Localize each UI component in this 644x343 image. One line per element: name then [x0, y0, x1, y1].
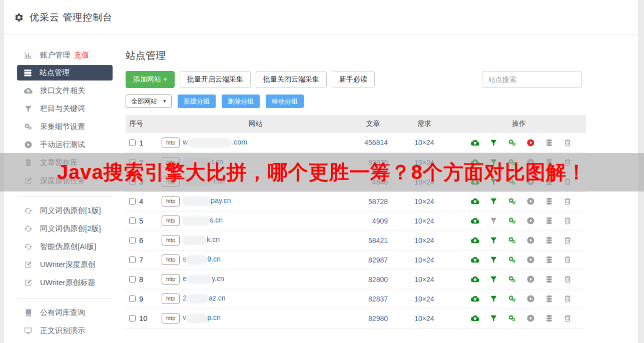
site-url-link[interactable]: 2az.cn	[183, 294, 225, 302]
new-group-button[interactable]: 新建分组	[178, 94, 216, 108]
play-icon[interactable]	[526, 275, 535, 284]
sidebar-item[interactable]: 账户管理充值	[4, 46, 126, 64]
sidebar-item[interactable]: 栏目与关键词	[4, 100, 126, 118]
gears-icon[interactable]	[508, 256, 516, 264]
cloud-upload-icon[interactable]	[471, 256, 479, 264]
filter-icon[interactable]	[489, 256, 498, 264]
gears-icon[interactable]	[508, 314, 516, 322]
article-count-link[interactable]: 82837	[349, 289, 397, 308]
row-checkbox[interactable]	[129, 296, 136, 302]
cloud-upload-icon[interactable]	[471, 197, 479, 206]
article-count-link[interactable]: 58728	[349, 192, 397, 211]
cloud-upload-icon[interactable]	[471, 294, 479, 303]
cloud-upload-icon[interactable]	[471, 314, 479, 322]
database-icon[interactable]	[545, 275, 553, 284]
sidebar-item-label: 采集细节设置	[40, 122, 85, 132]
gears-icon[interactable]	[508, 138, 516, 147]
trash-icon[interactable]	[563, 197, 572, 206]
sidebar-item[interactable]: 站点管理	[17, 65, 113, 80]
database-icon[interactable]	[545, 197, 553, 206]
cloud-upload-icon[interactable]	[471, 138, 479, 147]
book-icon	[24, 308, 33, 317]
row-checkbox[interactable]	[129, 256, 136, 263]
sidebar-item[interactable]: 公有词库查询	[4, 304, 126, 322]
site-url-link[interactable]: vp.cn	[183, 314, 220, 322]
trash-icon[interactable]	[563, 275, 572, 284]
trash-icon[interactable]	[563, 314, 572, 322]
article-count-link[interactable]: 82800	[349, 270, 397, 289]
sidebar-item[interactable]: 接口文件相关	[4, 82, 126, 100]
site-url-link[interactable]: pay.cn	[183, 196, 231, 204]
filter-icon[interactable]	[489, 314, 498, 322]
delete-group-button[interactable]: 删除分组	[222, 94, 260, 108]
sidebar-item[interactable]: 正文识别演示	[4, 322, 126, 340]
gears-icon[interactable]	[508, 275, 516, 284]
cloud-upload-icon[interactable]	[471, 275, 479, 284]
site-search-input[interactable]	[482, 71, 582, 88]
gears-icon[interactable]	[508, 216, 516, 225]
move-group-button[interactable]: 移动分组	[266, 94, 304, 108]
filter-icon[interactable]	[489, 275, 498, 284]
sidebar-item[interactable]: UWriter深度原创	[4, 256, 126, 274]
trash-icon[interactable]	[563, 138, 572, 147]
site-url-link[interactable]: w.com	[183, 138, 247, 146]
site-url-link[interactable]: s.cn	[183, 216, 223, 224]
add-site-button[interactable]: 添加网站 +	[126, 71, 175, 88]
row-checkbox[interactable]	[129, 315, 136, 322]
sidebar-item[interactable]: UWriter原创标题	[4, 274, 126, 292]
site-url-link[interactable]: ey.cn	[183, 274, 224, 282]
gears-icon[interactable]	[508, 197, 516, 206]
site-url-link[interactable]: k.cn	[183, 236, 220, 244]
database-icon[interactable]	[545, 236, 553, 244]
gears-icon[interactable]	[508, 294, 516, 303]
row-checkbox[interactable]	[129, 218, 136, 224]
article-count-link[interactable]: 58421	[349, 230, 397, 250]
play-icon[interactable]	[526, 294, 535, 303]
recharge-badge[interactable]: 充值	[74, 50, 89, 60]
gears-icon[interactable]	[508, 236, 516, 244]
sidebar-item[interactable]: 采集细节设置	[4, 118, 126, 136]
play-icon[interactable]	[526, 314, 535, 322]
database-icon[interactable]	[545, 256, 553, 264]
row-checkbox[interactable]	[129, 237, 136, 244]
row-checkbox[interactable]	[129, 276, 136, 282]
row-checkbox[interactable]	[129, 198, 136, 204]
trash-icon[interactable]	[563, 256, 572, 264]
play-icon[interactable]	[526, 138, 535, 147]
trash-icon[interactable]	[563, 216, 572, 225]
trash-icon[interactable]	[563, 236, 572, 244]
database-icon[interactable]	[545, 314, 553, 322]
article-count-link[interactable]: 82980	[349, 308, 397, 328]
row-checkbox[interactable]	[129, 140, 136, 146]
cloud-upload-icon[interactable]	[471, 216, 479, 225]
group-filter-select[interactable]: 全部网站 ▼	[126, 94, 172, 108]
batch-open-button[interactable]: 批量开启云端采集	[180, 71, 251, 88]
sidebar-item[interactable]: 智能伪原创[AI版]	[4, 238, 126, 256]
page-title: 站点管理	[126, 49, 586, 62]
col-header-articles: 文章	[349, 115, 397, 133]
filter-icon[interactable]	[489, 236, 498, 244]
sidebar-item[interactable]: 同义词伪原创[1版]	[4, 202, 126, 220]
database-icon[interactable]	[545, 294, 553, 303]
site-url-link[interactable]: s9.cn	[183, 255, 220, 263]
database-icon[interactable]	[545, 138, 553, 147]
filter-icon[interactable]	[489, 138, 498, 147]
filter-icon[interactable]	[489, 294, 498, 303]
newbie-guide-button[interactable]: 新手必读	[332, 71, 375, 88]
filter-icon[interactable]	[489, 197, 498, 206]
play-icon[interactable]	[526, 256, 535, 264]
article-count-link[interactable]: 456814	[349, 133, 397, 152]
database-icon[interactable]	[545, 216, 553, 225]
filter-icon[interactable]	[489, 216, 498, 225]
play-icon[interactable]	[526, 197, 535, 206]
play-icon[interactable]	[526, 236, 535, 244]
batch-close-button[interactable]: 批量关闭云端采集	[256, 71, 327, 88]
sidebar-item[interactable]: 同义词伪原创[2版]	[4, 220, 126, 238]
trash-icon[interactable]	[563, 294, 572, 303]
article-count-link[interactable]: 4909	[349, 211, 397, 230]
article-count-link[interactable]: 82987	[349, 250, 397, 270]
cloud-upload-icon[interactable]	[471, 236, 479, 244]
filter-icon	[24, 104, 33, 113]
sidebar-item[interactable]: 手动运行测试	[4, 136, 126, 154]
play-icon[interactable]	[526, 216, 535, 225]
